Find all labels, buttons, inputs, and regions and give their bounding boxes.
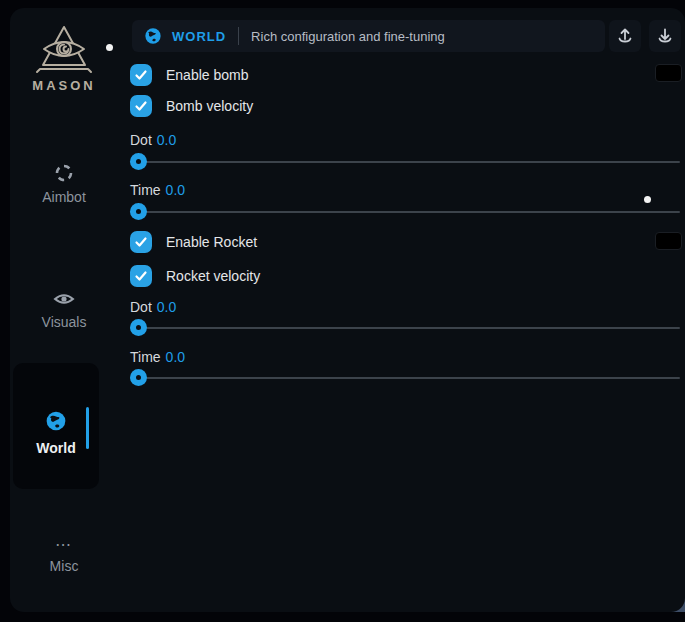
download-config-button[interactable] (649, 20, 681, 52)
slider-thumb[interactable] (130, 153, 147, 170)
rocket-color-swatch[interactable] (655, 232, 682, 250)
checkbox-label: Bomb velocity (166, 98, 253, 114)
bomb-velocity-checkbox[interactable] (130, 95, 152, 117)
slider-name: Time (130, 349, 161, 365)
sidebar-item-aimbot[interactable]: Aimbot (10, 163, 118, 205)
slider-value: 0.0 (157, 299, 176, 315)
globe-icon (144, 27, 162, 45)
eye-icon (53, 290, 75, 308)
slider-value: 0.0 (157, 132, 176, 148)
pyramid-eye-logo-icon (35, 24, 93, 74)
slider-thumb[interactable] (130, 319, 147, 336)
upload-icon (615, 26, 635, 46)
globe-icon (45, 410, 67, 432)
slider-value: 0.0 (166, 349, 185, 365)
mason-menu-window: MASON Aimbot Visuals World ⋯ (10, 8, 685, 612)
checkbox-row-enable-bomb: Enable bomb (130, 64, 249, 86)
slider-thumb[interactable] (130, 369, 147, 386)
slider-label-time: Time0.0 (130, 349, 185, 365)
cursor-dot (106, 44, 113, 51)
check-icon (134, 235, 148, 249)
slider-label-time: Time0.0 (130, 182, 185, 198)
bomb-time-slider[interactable] (130, 203, 680, 220)
checkbox-row-bomb-velocity: Bomb velocity (130, 95, 253, 117)
sidebar-item-label: Visuals (10, 314, 118, 330)
slider-name: Dot (130, 299, 152, 315)
checkbox-label: Enable Rocket (166, 234, 257, 250)
sidebar-item-label: Misc (10, 558, 118, 574)
bomb-color-swatch[interactable] (655, 64, 682, 82)
cursor-dot (644, 196, 651, 203)
download-icon (655, 26, 675, 46)
checkbox-row-rocket-velocity: Rocket velocity (130, 265, 260, 287)
checkbox-row-enable-rocket: Enable Rocket (130, 231, 257, 253)
enable-rocket-checkbox[interactable] (130, 231, 152, 253)
ellipsis-icon: ⋯ (10, 540, 118, 550)
sidebar-item-world[interactable]: World (13, 363, 99, 489)
rocket-velocity-checkbox[interactable] (130, 265, 152, 287)
slider-label-dot: Dot0.0 (130, 299, 176, 315)
slider-track[interactable] (130, 377, 680, 379)
header-divider (238, 27, 239, 45)
check-icon (134, 99, 148, 113)
sidebar: MASON Aimbot Visuals World ⋯ (10, 8, 118, 612)
page-subtitle: Rich configuration and fine-tuning (251, 29, 445, 44)
active-tab-indicator (86, 407, 89, 449)
rocket-dot-slider[interactable] (130, 319, 680, 336)
upload-config-button[interactable] (609, 20, 641, 52)
checkbox-label: Enable bomb (166, 67, 249, 83)
brand-name: MASON (10, 78, 118, 93)
bomb-dot-slider[interactable] (130, 153, 680, 170)
slider-label-dot: Dot0.0 (130, 132, 176, 148)
slider-track[interactable] (130, 327, 680, 329)
sidebar-item-label: Aimbot (10, 189, 118, 205)
crosshair-icon (54, 163, 74, 183)
brand-logo: MASON (10, 24, 118, 93)
page-header: WORLD Rich configuration and fine-tuning (132, 20, 605, 52)
sidebar-item-misc[interactable]: ⋯ Misc (10, 540, 118, 574)
check-icon (134, 68, 148, 82)
slider-value: 0.0 (166, 182, 185, 198)
page-title: WORLD (172, 29, 226, 44)
slider-track[interactable] (130, 211, 680, 213)
sidebar-item-visuals[interactable]: Visuals (10, 290, 118, 330)
check-icon (134, 269, 148, 283)
slider-thumb[interactable] (130, 203, 147, 220)
rocket-time-slider[interactable] (130, 369, 680, 386)
checkbox-label: Rocket velocity (166, 268, 260, 284)
enable-bomb-checkbox[interactable] (130, 64, 152, 86)
slider-name: Time (130, 182, 161, 198)
world-tab-content: WORLD Rich configuration and fine-tuning (118, 8, 685, 612)
slider-name: Dot (130, 132, 152, 148)
slider-track[interactable] (130, 161, 680, 163)
